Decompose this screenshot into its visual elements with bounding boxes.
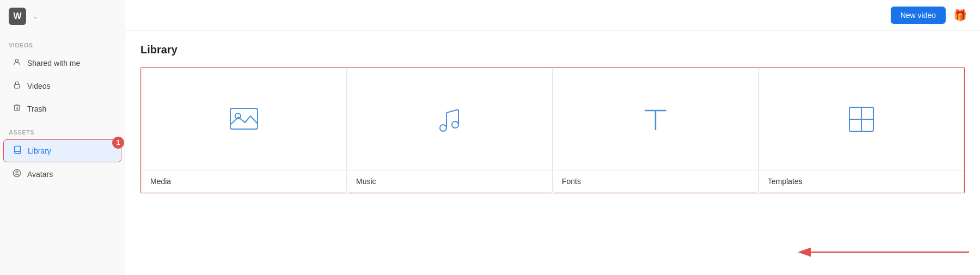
sidebar-item-shared-with-me[interactable]: Shared with me — [3, 52, 121, 74]
templates-icon-area — [845, 68, 878, 170]
topbar: New video 🎁 — [125, 0, 980, 30]
page-title: Library — [140, 44, 965, 56]
videos-section-label: Videos — [0, 33, 125, 52]
sidebar-item-label: Trash — [27, 105, 46, 113]
library-badge: 1 — [112, 137, 124, 149]
library-card-templates[interactable]: Templates — [758, 68, 964, 193]
main-content: New video 🎁 Library Media — [125, 0, 980, 275]
library-grid: Media Music — [140, 67, 965, 193]
avatar-icon — [12, 169, 22, 180]
page-content: Library Media — [125, 30, 980, 275]
sidebar-item-label: Shared with me — [27, 59, 80, 68]
svg-line-10 — [446, 109, 458, 113]
sidebar-item-label: Videos — [27, 82, 51, 90]
sidebar-item-avatars[interactable]: Avatars — [3, 163, 121, 185]
arrow-svg — [800, 241, 975, 263]
sidebar-header: W ⌄ — [0, 0, 125, 33]
svg-point-0 — [15, 59, 18, 62]
media-label: Media — [142, 170, 346, 192]
fonts-label: Fonts — [553, 170, 758, 192]
library-card-media[interactable]: Media — [141, 68, 347, 193]
assets-section-label: Assets — [0, 120, 125, 139]
library-card-music[interactable]: Music — [347, 68, 553, 193]
library-card-fonts[interactable]: Fonts — [553, 68, 758, 193]
music-label: Music — [347, 170, 552, 192]
media-icon-area — [228, 68, 260, 170]
layout-icon — [845, 103, 878, 136]
arrow-annotation — [800, 241, 975, 265]
svg-point-6 — [440, 125, 446, 131]
fonts-icon-area — [639, 68, 672, 170]
image-icon — [228, 103, 260, 136]
sidebar-item-videos[interactable]: Videos — [3, 75, 121, 97]
music-icon — [433, 103, 466, 136]
sidebar: W ⌄ Videos Shared with me Videos Trash A… — [0, 0, 125, 275]
text-icon — [639, 103, 672, 136]
music-icon-area — [433, 68, 466, 170]
new-video-button[interactable]: New video — [891, 7, 946, 24]
lock-icon — [12, 81, 22, 91]
sidebar-item-trash[interactable]: Trash — [3, 98, 121, 120]
sidebar-item-label: Library — [28, 146, 51, 155]
svg-rect-1 — [14, 84, 19, 88]
svg-point-7 — [452, 121, 458, 128]
templates-label: Templates — [759, 170, 964, 192]
app-logo: W — [9, 8, 26, 25]
gift-icon[interactable]: 🎁 — [953, 9, 967, 22]
book-icon — [13, 145, 22, 156]
sidebar-item-label: Avatars — [27, 170, 53, 179]
svg-point-3 — [16, 171, 18, 173]
trash-icon — [12, 103, 22, 114]
sidebar-item-library[interactable]: Library 1 — [3, 139, 121, 162]
person-icon — [12, 58, 22, 69]
chevron-down-icon: ⌄ — [33, 13, 38, 20]
